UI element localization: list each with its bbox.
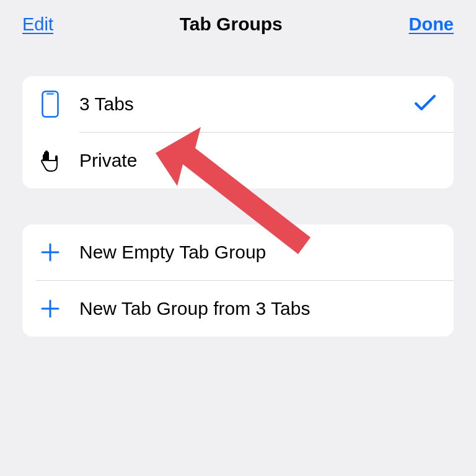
tab-groups-section: 3 Tabs Private [22, 76, 454, 188]
svg-rect-0 [43, 92, 58, 117]
private-row[interactable]: Private [22, 133, 454, 188]
done-button[interactable]: Done [408, 14, 454, 35]
checkmark-icon [414, 94, 436, 115]
row-label: New Tab Group from 3 Tabs [79, 298, 443, 319]
row-label: 3 Tabs [79, 94, 414, 115]
plus-icon [36, 242, 64, 262]
header: Edit Tab Groups Done [0, 0, 476, 35]
actions-section: New Empty Tab Group New Tab Group from 3… [22, 224, 454, 337]
new-empty-tab-group-row[interactable]: New Empty Tab Group [22, 224, 454, 280]
edit-button[interactable]: Edit [22, 14, 53, 35]
phone-icon [36, 90, 64, 118]
tabs-row[interactable]: 3 Tabs [22, 76, 454, 132]
row-label: New Empty Tab Group [79, 242, 443, 263]
plus-icon [36, 299, 64, 319]
row-label: Private [79, 150, 443, 171]
page-title: Tab Groups [180, 14, 283, 35]
new-tab-group-from-tabs-row[interactable]: New Tab Group from 3 Tabs [22, 281, 454, 337]
hand-icon [36, 148, 64, 173]
